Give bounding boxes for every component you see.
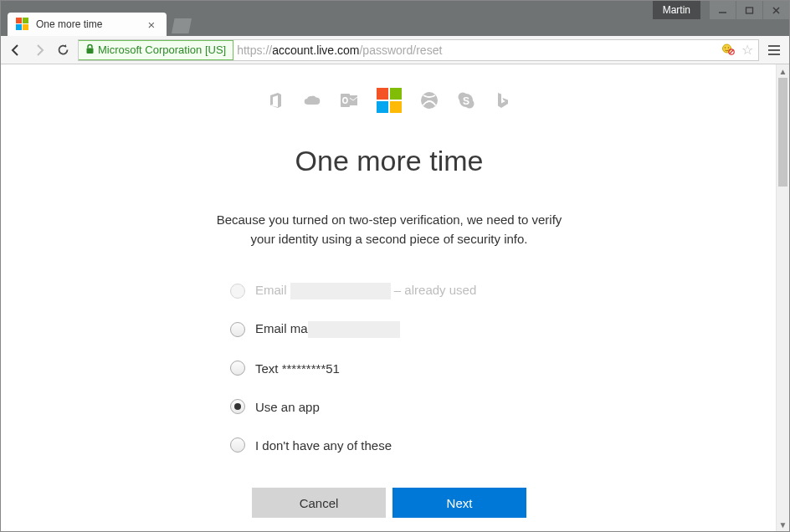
page-description: Because you turned on two-step verificat…: [213, 211, 565, 248]
svg-text:S: S: [463, 95, 469, 107]
browser-tab[interactable]: One more time ×: [8, 13, 167, 36]
verification-option-4[interactable]: I don't have any of these: [230, 436, 548, 454]
verification-options: Email – already usedEmail maText *******…: [230, 282, 548, 454]
bookmark-icon[interactable]: ☆: [741, 42, 753, 58]
scrollbar-thumb[interactable]: [778, 78, 787, 187]
option-label: Email ma: [255, 321, 400, 338]
verification-option-1[interactable]: Email ma: [230, 320, 548, 339]
close-button[interactable]: [762, 1, 789, 19]
scroll-down-icon[interactable]: ▼: [777, 518, 789, 531]
radio-icon: [230, 399, 245, 414]
office-icon: [266, 91, 285, 110]
reload-button[interactable]: [54, 42, 71, 59]
svg-rect-11: [341, 94, 350, 107]
svg-rect-1: [746, 8, 753, 13]
svg-point-7: [728, 47, 730, 49]
redacted-block: [290, 283, 391, 299]
microsoft-favicon-icon: [16, 18, 29, 31]
radio-icon: [230, 361, 245, 376]
svg-point-5: [723, 44, 731, 53]
scroll-up-icon[interactable]: ▲: [777, 64, 789, 78]
hamburger-menu-icon[interactable]: [766, 42, 782, 59]
xbox-icon: [420, 91, 439, 110]
redacted-block: [308, 321, 400, 338]
verification-option-0: Email – already used: [230, 282, 548, 300]
option-label: I don't have any of these: [255, 438, 392, 453]
skype-icon: S: [457, 91, 475, 110]
bing-icon: [494, 91, 512, 110]
svg-point-13: [421, 92, 438, 109]
page-title: One more time: [155, 145, 623, 177]
user-badge[interactable]: Martin: [653, 1, 700, 19]
radio-icon: [230, 322, 245, 337]
svg-rect-4: [87, 48, 94, 54]
address-bar[interactable]: Microsoft Corporation [US] https://accou…: [78, 39, 759, 61]
maximize-button[interactable]: [736, 1, 762, 19]
browser-toolbar: Microsoft Corporation [US] https://accou…: [1, 36, 789, 64]
option-label: Text *********51: [255, 361, 340, 376]
microsoft-logo-icon: [377, 88, 402, 113]
scrollbar[interactable]: ▲ ▼: [776, 64, 789, 531]
ssl-org-name: Microsoft Corporation [US]: [98, 43, 226, 56]
next-button[interactable]: Next: [392, 488, 526, 518]
outlook-icon: [340, 91, 358, 110]
url-display: https://account.live.com/password/reset: [233, 43, 442, 57]
option-label: Email – already used: [255, 283, 476, 299]
ssl-badge[interactable]: Microsoft Corporation [US]: [78, 40, 233, 60]
onedrive-icon: [303, 91, 321, 110]
radio-icon: [230, 437, 245, 453]
browser-window: Martin One more time ×: [0, 0, 790, 532]
forward-button[interactable]: [31, 42, 48, 59]
option-label: Use an app: [255, 400, 320, 414]
new-tab-button[interactable]: [172, 18, 192, 33]
window-controls: Martin: [653, 1, 789, 21]
cancel-button[interactable]: Cancel: [252, 488, 386, 518]
tab-title: One more time: [36, 18, 102, 30]
radio-icon: [230, 284, 245, 299]
svg-point-6: [725, 47, 726, 49]
tab-close-icon[interactable]: ×: [145, 18, 158, 31]
lock-icon: [85, 43, 95, 57]
verification-option-3[interactable]: Use an app: [230, 397, 548, 416]
brand-icon-bar: S: [155, 88, 623, 113]
extension-icon[interactable]: [721, 42, 735, 58]
minimize-button[interactable]: [709, 1, 736, 19]
page-viewport: S One more time Because you turned on tw…: [1, 64, 789, 531]
verification-option-2[interactable]: Text *********51: [230, 359, 548, 377]
back-button[interactable]: [8, 42, 24, 59]
